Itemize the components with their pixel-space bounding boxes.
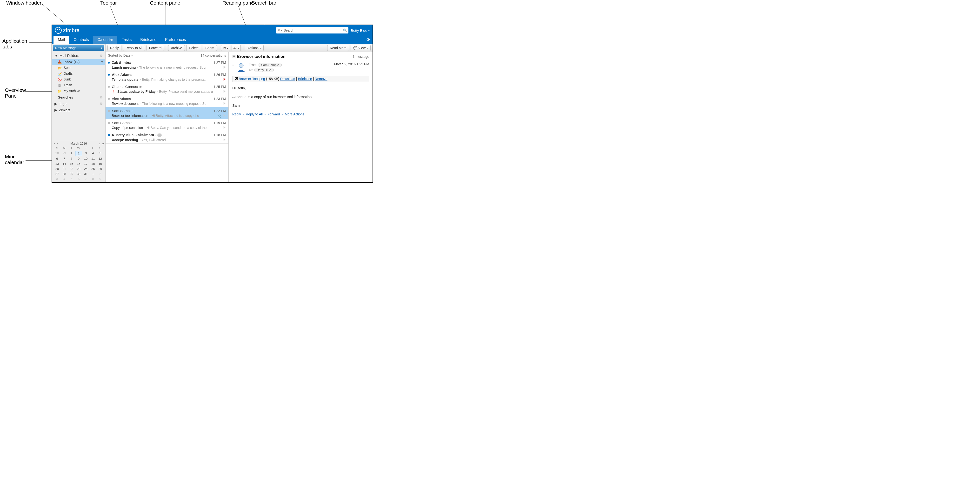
remove-link[interactable]: Remove	[315, 77, 327, 81]
tab-calendar[interactable]: Calendar	[93, 36, 117, 44]
cal-day[interactable]: 2	[97, 172, 104, 176]
reading-forward[interactable]: Forward	[267, 112, 280, 116]
folder-item[interactable]: 🗑Trash	[52, 82, 105, 88]
message-item[interactable]: Zak Simbra1:27 PMLunch meeting - The fol…	[105, 59, 228, 71]
message-item[interactable]: Sam Sample1:19 PMCopy of presentation - …	[105, 119, 228, 131]
archive-button[interactable]: Archive	[168, 45, 185, 51]
download-link[interactable]: Download	[280, 77, 295, 81]
cal-day[interactable]: 30	[75, 172, 83, 176]
refresh-icon[interactable]: ⟳	[366, 37, 370, 42]
reply-all-button[interactable]: Reply to All	[123, 45, 145, 51]
flag-icon[interactable]: ⚑	[223, 90, 226, 94]
cal-day[interactable]: 14	[61, 161, 68, 166]
cal-day[interactable]: 2	[75, 151, 83, 156]
message-item[interactable]: Alex Adams1:26 PMTemplate update - Betty…	[105, 71, 228, 83]
folder-item[interactable]: 📥Inbox (12)▾	[52, 59, 105, 65]
tab-briefcase[interactable]: Briefcase	[136, 36, 161, 44]
from-pill[interactable]: Sam Sample	[259, 63, 282, 67]
message-item[interactable]: Alex Adams1:23 PMReview document - The f…	[105, 95, 228, 107]
cal-day[interactable]: 22	[68, 167, 75, 171]
cal-day[interactable]: 12	[97, 156, 104, 161]
tab-contacts[interactable]: Contacts	[69, 36, 93, 44]
cal-day[interactable]: 4	[89, 151, 97, 156]
reading-reply-all[interactable]: Reply to All	[246, 112, 262, 116]
search-bar[interactable]: ✉ ▾ 🔍	[276, 27, 348, 33]
cal-day[interactable]: 7	[82, 177, 89, 181]
zimlets-header[interactable]: ▶Zimlets	[52, 107, 105, 113]
cal-day[interactable]: 10	[82, 156, 89, 161]
cal-day[interactable]: 3	[54, 177, 61, 181]
attachment-name[interactable]: Browser-Tool.png	[239, 77, 265, 81]
cal-day[interactable]: 20	[54, 167, 61, 171]
cal-day[interactable]: 23	[75, 167, 83, 171]
folder-item[interactable]: 📁My Archive	[52, 88, 105, 94]
cal-next-year-icon[interactable]: »	[102, 142, 104, 145]
message-item[interactable]: Charles Connector1:25 PM❗ Status update …	[105, 83, 228, 95]
new-message-button[interactable]: New Message	[53, 45, 104, 51]
cal-day[interactable]: 16	[75, 161, 83, 166]
sort-by[interactable]: Sorted by Date ▿	[108, 54, 133, 57]
cal-day[interactable]: 17	[82, 161, 89, 166]
cal-day[interactable]: 21	[61, 167, 68, 171]
cal-day[interactable]: 5	[68, 177, 75, 181]
search-input[interactable]	[284, 29, 343, 32]
cal-day[interactable]: 28	[54, 151, 61, 156]
cal-day[interactable]: 6	[54, 156, 61, 161]
delete-button[interactable]: Delete	[186, 45, 201, 51]
tab-tasks[interactable]: Tasks	[117, 36, 136, 44]
cal-day[interactable]: 1	[68, 151, 75, 156]
cal-day[interactable]: 27	[54, 172, 61, 176]
mail-scope-icon[interactable]: ✉ ▾	[278, 29, 282, 32]
cal-day[interactable]: 9	[97, 177, 104, 181]
message-item[interactable]: Sam Sample1:22 PMBrowser tool informatio…	[105, 107, 228, 119]
cal-day[interactable]: 6	[75, 177, 83, 181]
reading-reply[interactable]: Reply	[232, 112, 241, 116]
cal-next-month-icon[interactable]: ›	[99, 142, 100, 145]
search-icon[interactable]: 🔍	[343, 29, 347, 32]
reply-button[interactable]: Reply	[107, 45, 121, 51]
folder-item[interactable]: 📝Drafts	[52, 71, 105, 76]
forward-button[interactable]: Forward	[146, 45, 164, 51]
cal-day[interactable]: 11	[89, 156, 97, 161]
flag-icon[interactable]: ⚑	[223, 126, 226, 130]
cal-day[interactable]: 8	[89, 177, 97, 181]
tags-header[interactable]: ▶Tags⚙	[52, 101, 105, 107]
cal-day[interactable]: 24	[82, 167, 89, 171]
cal-day[interactable]: 19	[97, 161, 104, 166]
cal-day[interactable]: 8	[68, 156, 75, 161]
cal-day[interactable]: 28	[61, 172, 68, 176]
flag-icon[interactable]: ⚑	[223, 65, 226, 69]
tag-button[interactable]: 🏷	[232, 45, 241, 51]
move-folder-button[interactable]: 🗂	[221, 45, 230, 51]
tab-preferences[interactable]: Preferences	[161, 36, 190, 44]
cal-day[interactable]: 13	[54, 161, 61, 166]
cal-day[interactable]: 29	[68, 172, 75, 176]
cal-day[interactable]: 26	[97, 167, 104, 171]
flag-icon[interactable]: ⚑	[223, 102, 226, 105]
cal-day[interactable]: 18	[89, 161, 97, 166]
read-more-button[interactable]: Read More	[327, 45, 349, 51]
cal-day[interactable]: 7	[61, 156, 68, 161]
actions-button[interactable]: Actions	[245, 45, 264, 51]
gear-icon[interactable]: ⚙	[100, 95, 103, 99]
gear-icon[interactable]: ⚙	[100, 102, 103, 105]
cal-day[interactable]: 3	[82, 151, 89, 156]
cal-day[interactable]: 29	[61, 151, 68, 156]
user-menu[interactable]: Betty Blue	[351, 29, 370, 33]
cal-prev-year-icon[interactable]: «	[54, 142, 55, 145]
cal-day[interactable]: 9	[75, 156, 83, 161]
reading-more[interactable]: More Actions	[285, 112, 304, 116]
cal-day[interactable]: 25	[89, 167, 97, 171]
folder-item[interactable]: 🚫Junk	[52, 76, 105, 82]
tab-mail[interactable]: Mail	[54, 36, 69, 44]
spam-button[interactable]: Spam	[203, 45, 217, 51]
folder-item[interactable]: 📂Sent	[52, 65, 105, 71]
cal-day[interactable]: 31	[82, 172, 89, 176]
to-pill[interactable]: Betty Blue	[254, 68, 274, 72]
briefcase-link[interactable]: Briefcase	[298, 77, 312, 81]
cal-day[interactable]: 4	[61, 177, 68, 181]
flag-icon[interactable]: ⚑	[223, 114, 226, 118]
cal-day[interactable]: 15	[68, 161, 75, 166]
cal-day[interactable]: 1	[89, 172, 97, 176]
message-item[interactable]: ▶ Betty Blue, ZakSimbra - 31:18 PMAccept…	[105, 131, 228, 143]
